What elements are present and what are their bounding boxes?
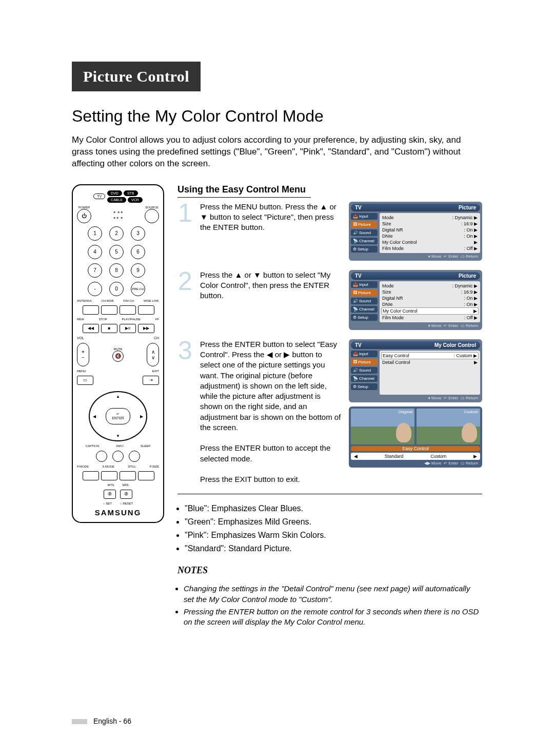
step-text-3: Press the ENTER button to select "Easy C… bbox=[200, 339, 342, 485]
remote-stb-pill: STB bbox=[124, 190, 138, 196]
intro-paragraph: My Color Control allows you to adjust co… bbox=[72, 134, 482, 170]
page-title: Setting the My Color Control Mode bbox=[72, 107, 482, 126]
source-button bbox=[145, 209, 159, 223]
section-header: Picture Control bbox=[72, 62, 201, 91]
osd-screenshot-3: TVMy Color Control 📥 Input 🖼 Picture 🔊 S… bbox=[349, 339, 482, 402]
power-button: ⏻ bbox=[77, 209, 91, 223]
number-keypad: 123 456 789 -0PRE-CH bbox=[88, 226, 148, 296]
step-number-2: 2 bbox=[177, 270, 193, 330]
step-number-1: 1 bbox=[177, 202, 193, 261]
navigation-ring: ▲ ▼ ◀ ▶ ↵ENTER bbox=[89, 391, 147, 441]
step-number-3: 3 bbox=[177, 339, 193, 485]
color-mode-bullets: "Blue": Emphasizes Clear Blues. "Green":… bbox=[177, 502, 482, 555]
easy-control-preview: Original Custom Easy Control ◀StandardCu… bbox=[349, 406, 482, 468]
brand-logo: SAMSUNG bbox=[95, 508, 142, 517]
remote-cable-pill: CABLE bbox=[107, 197, 126, 203]
notes-heading: NOTES bbox=[177, 565, 482, 576]
subheading: Using the Easy Control Menu bbox=[177, 184, 311, 198]
osd-screenshot-2: TVPicture 📥 Input 🖼 Picture 🔊 Sound 📡 Ch… bbox=[349, 270, 482, 330]
remote-vcr-pill: VCR bbox=[128, 197, 143, 203]
remote-illustration: TV DVD STB CABLE VCR POWER bbox=[72, 184, 164, 635]
step-text-1: Press the MENU button. Press the ▲ or ▼ … bbox=[200, 202, 342, 261]
remote-tv-pill: TV bbox=[93, 193, 105, 199]
remote-dvd-pill: DVD bbox=[107, 190, 122, 196]
osd-screenshot-1: TVPicture 📥 Input 🖼 Picture 🔊 Sound 📡 Ch… bbox=[349, 202, 482, 261]
page-footer: English - 66 bbox=[72, 717, 131, 725]
notes-list: Changing the settings in the "Detail Con… bbox=[177, 584, 482, 627]
step-text-2: Press the ▲ or ▼ button to select "My Co… bbox=[200, 270, 342, 330]
